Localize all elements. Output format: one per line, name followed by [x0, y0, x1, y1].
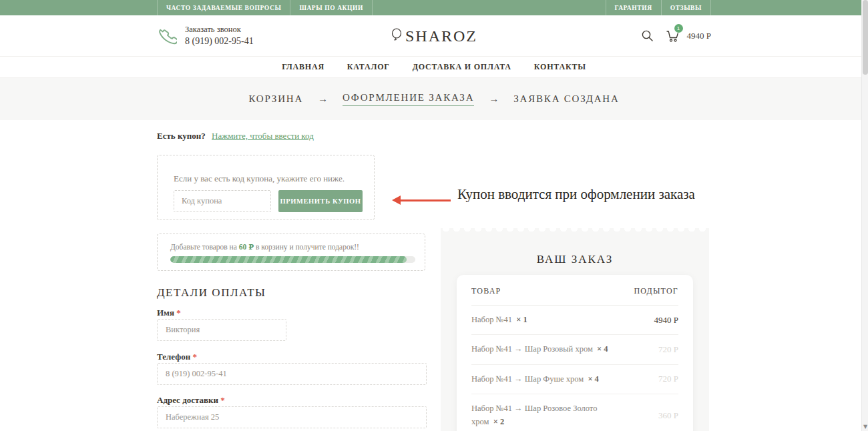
annotation-text: Купон вводится при оформлении заказа: [457, 186, 695, 203]
order-item-price: 4940 Р: [654, 315, 678, 326]
step-order-created: ЗАЯВКА СОЗДАНА: [513, 93, 619, 105]
call-block[interactable]: Заказать звонок 8 (919) 002-95-41: [157, 25, 254, 47]
step-cart[interactable]: КОРЗИНА: [248, 93, 303, 105]
order-item-name: Набор №41: [471, 315, 512, 324]
topbar-right-links: ГАРАНТИЯ ОТЗЫВЫ: [606, 0, 711, 15]
billing-title: ДЕТАЛИ ОПЛАТЫ: [157, 286, 266, 300]
order-item-price: 360 Р: [658, 410, 678, 421]
nav-home[interactable]: ГЛАВНАЯ: [282, 62, 324, 72]
order-table-header: ТОВАР ПОДЫТОГ: [471, 286, 678, 306]
order-item-qty: × 2: [493, 417, 505, 426]
scrollbar-thumb[interactable]: [863, 0, 868, 75]
checkout-main: Есть купон? Нажмите, чтобы ввести код Ес…: [0, 120, 868, 431]
coupon-code-input[interactable]: [174, 190, 271, 212]
coupon-form: Если у вас есть код купона, укажите его …: [157, 155, 375, 220]
step-checkout-active[interactable]: ОФОРМЛЕНИЕ ЗАКАЗА: [343, 92, 474, 106]
main-nav: ГЛАВНАЯ КАТАЛОГ ДОСТАВКА И ОПЛАТА КОНТАК…: [0, 57, 868, 78]
nav-catalog[interactable]: КАТАЛОГ: [347, 62, 390, 72]
order-summary-panel: ВАШ ЗАКАЗ ТОВАР ПОДЫТОГ Набор №41 × 1 49…: [441, 228, 709, 431]
gift-progress-amount: 60 ₽: [239, 243, 254, 251]
phone-icon: [157, 26, 177, 46]
order-col-product: ТОВАР: [471, 286, 501, 296]
order-summary-title: ВАШ ЗАКАЗ: [441, 253, 709, 266]
order-item-price: 720 Р: [658, 344, 678, 355]
nav-contacts[interactable]: КОНТАКТЫ: [534, 62, 586, 72]
topbar-link-sale-balloons[interactable]: ШАРЫ ПО АКЦИИ: [290, 0, 373, 15]
phone-field-label: Телефон *: [157, 352, 197, 362]
topbar-link-reviews[interactable]: ОТЗЫВЫ: [661, 0, 711, 15]
coupon-toggle-link[interactable]: Нажмите, чтобы ввести код: [212, 131, 314, 141]
cart-count-badge: 1: [674, 24, 683, 33]
coupon-question: Есть купон?: [157, 131, 206, 141]
order-row: Набор №41 → Шар Фуше хром × 4 720 Р: [471, 365, 678, 394]
order-item-name: Набор №41 → Шар Розовый хром: [471, 344, 593, 354]
receipt-scallop-edge: [441, 228, 709, 234]
annotation-arrow-icon: [392, 195, 451, 205]
order-row: Набор №41 → Шар Розовое Золото хром × 2 …: [471, 394, 678, 431]
header-phone-number: 8 (919) 002-95-41: [185, 36, 254, 47]
step-arrow-icon: →: [489, 93, 499, 105]
cart-total: 4940 Р: [687, 31, 711, 41]
step-arrow-icon: →: [318, 93, 328, 105]
coupon-hint: Если у вас есть код купона, укажите его …: [174, 173, 345, 184]
topbar: ЧАСТО ЗАДАВАЕМЫЕ ВОПРОСЫ ШАРЫ ПО АКЦИИ Г…: [0, 0, 868, 15]
nav-delivery[interactable]: ДОСТАВКА И ОПЛАТА: [413, 62, 511, 72]
search-icon[interactable]: [641, 29, 654, 42]
scrollbar-down-arrow[interactable]: ▼: [862, 424, 868, 430]
order-col-subtotal: ПОДЫТОГ: [634, 286, 678, 296]
name-field[interactable]: [157, 319, 286, 341]
order-summary-card: ТОВАР ПОДЫТОГ Набор №41 × 1 4940 Р Набор…: [457, 275, 693, 431]
order-item-price: 720 Р: [658, 374, 678, 384]
checkout-steps: КОРЗИНА → ОФОРМЛЕНИЕ ЗАКАЗА → ЗАЯВКА СОЗ…: [0, 78, 868, 120]
page-scrollbar[interactable]: ▼: [861, 0, 868, 431]
order-item-qty: × 1: [516, 315, 527, 324]
order-item-qty: × 4: [588, 374, 599, 384]
gift-progress-box: Добавьте товаров на 60 ₽ в корзину и пол…: [157, 234, 425, 271]
order-row: Набор №41 → Шар Розовый хром × 4 720 Р: [471, 335, 678, 364]
topbar-link-warranty[interactable]: ГАРАНТИЯ: [606, 0, 661, 15]
apply-coupon-button[interactable]: ПРИМЕНИТЬ КУПОН: [278, 190, 363, 212]
gift-progress-track: [170, 256, 415, 263]
gift-progress-text: Добавьте товаров на 60 ₽ в корзину и пол…: [170, 242, 359, 252]
cart-button[interactable]: 1 4940 Р: [666, 29, 711, 43]
topbar-left-links: ЧАСТО ЗАДАВАЕМЫЕ ВОПРОСЫ ШАРЫ ПО АКЦИИ: [157, 0, 373, 15]
address-field[interactable]: [157, 406, 427, 428]
phone-field[interactable]: [157, 363, 427, 385]
order-item-qty: × 4: [597, 344, 608, 354]
order-item-name: Набор №41 → Шар Фуше хром: [471, 374, 584, 384]
call-label: Заказать звонок: [185, 25, 254, 35]
logo-text: SHAROZ: [405, 27, 477, 45]
gift-progress-fill: [170, 256, 407, 263]
topbar-link-faq[interactable]: ЧАСТО ЗАДАВАЕМЫЕ ВОПРОСЫ: [157, 0, 290, 15]
address-field-label: Адрес доставки *: [157, 395, 225, 406]
logo[interactable]: SHAROZ: [391, 27, 477, 45]
name-field-label: Имя *: [157, 308, 181, 318]
order-row: Набор №41 × 1 4940 Р: [471, 306, 678, 335]
balloon-icon: [391, 28, 404, 44]
header: Заказать звонок 8 (919) 002-95-41 SHAROZ: [0, 15, 868, 57]
order-item-name: Набор №41 → Шар Розовое Золото хром: [471, 404, 597, 426]
coupon-toggle-row: Есть купон? Нажмите, чтобы ввести код: [157, 131, 314, 141]
